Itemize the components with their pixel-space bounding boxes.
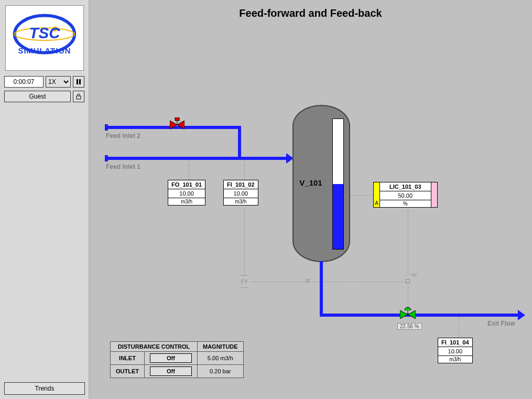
signal-line: [459, 317, 459, 338]
tag-name: FO_101_01: [168, 180, 205, 189]
sim-speed-select[interactable]: 1X: [46, 76, 71, 88]
svg-rect-8: [175, 117, 179, 121]
tag-name: FI_101_04: [438, 338, 473, 347]
lic-mode-indicator: A: [373, 182, 379, 208]
process-canvas: Feed-forward and Feed-back Feed Inlet 2 …: [89, 0, 532, 399]
sim-time-display: 0:00:07: [4, 76, 44, 88]
svg-marker-7: [177, 121, 184, 129]
tag-fi-101-04[interactable]: FI_101_04 10.00 m3/h: [438, 338, 473, 363]
lic-alarm-indicator: [431, 182, 438, 208]
signal-line: [244, 208, 245, 275]
pause-button[interactable]: [73, 76, 84, 88]
disturb-inlet-toggle[interactable]: Off: [150, 353, 192, 363]
svg-marker-10: [400, 310, 408, 319]
signal-line: [189, 160, 189, 180]
svg-marker-6: [170, 121, 177, 129]
pipe-feed1: [105, 157, 287, 160]
disturb-outlet-toggle[interactable]: Off: [150, 366, 192, 376]
disturb-header-control: DISTURBANCE CONTROL: [111, 342, 198, 352]
tag-fo-101-01[interactable]: FO_101_01 10.00 m3/h: [168, 180, 205, 206]
valve-feed2[interactable]: [170, 117, 184, 130]
pause-icon: [76, 79, 81, 84]
tag-unit: m3/h: [223, 198, 258, 206]
av-label: AV: [411, 272, 417, 277]
tag-fi-101-02[interactable]: FI_101_02 10.00 m3/h: [223, 180, 258, 206]
disturb-row-label: OUTLET: [111, 365, 145, 378]
av-node: [406, 279, 410, 283]
fy-node[interactable]: FY: [237, 275, 252, 288]
level-fill: [333, 184, 343, 249]
tag-name: FI_101_02: [223, 180, 258, 189]
brand-logo: TSC SIMULATION: [5, 5, 84, 71]
tag-value: 10.00: [168, 189, 205, 198]
tag-unit: m3/h: [438, 356, 473, 363]
pipe-outlet-v: [320, 261, 323, 317]
tag-value: 10.00: [223, 189, 258, 198]
level-gauge: [332, 118, 344, 250]
tag-unit: m3/h: [168, 198, 205, 206]
signal-line: [408, 210, 408, 276]
disturbance-table: DISTURBANCE CONTROL MAGNITUDE INLET Off …: [110, 341, 244, 378]
table-row: OUTLET Off 0.20 bar: [111, 365, 244, 378]
svg-rect-5: [77, 96, 81, 99]
signal-line: [252, 282, 305, 282]
disturb-outlet-magnitude: 0.20 bar: [198, 365, 244, 378]
label-exit-flow: Exit Flow: [487, 320, 515, 327]
trends-button[interactable]: Trends: [4, 382, 85, 395]
tag-value: 50.00: [379, 191, 431, 200]
lock-icon: [75, 93, 82, 100]
table-row: INLET Off 5.00 m3/h: [111, 352, 244, 365]
valve-outlet-percent: 22.56 %: [397, 323, 422, 330]
label-feed-inlet-2: Feed Inlet 2: [106, 132, 140, 139]
signal-line: [244, 160, 245, 180]
brand-text-top: TSC: [29, 24, 60, 41]
page-title: Feed-forward and Feed-back: [89, 7, 532, 19]
user-display[interactable]: Guest: [4, 91, 71, 102]
disturb-header-magnitude: MAGNITUDE: [198, 342, 244, 352]
disturb-inlet-magnitude: 5.00 m3/h: [198, 352, 244, 365]
signal-line: [408, 283, 408, 307]
lock-button[interactable]: [73, 91, 84, 102]
tag-lic-101-03[interactable]: A LIC_101_03 50.00 %: [373, 182, 438, 208]
tag-unit: %: [379, 200, 431, 208]
tag-value: 10.00: [438, 347, 473, 356]
svg-marker-11: [408, 310, 416, 319]
signal-line: [350, 195, 373, 196]
sidebar: TSC SIMULATION 0:00:07 1X Guest Trends: [0, 0, 89, 399]
svg-rect-3: [77, 79, 78, 84]
label-feed-inlet-1: Feed Inlet 1: [106, 163, 140, 170]
vessel-v101[interactable]: V_101: [292, 105, 350, 262]
pipe-outlet-h: [320, 314, 519, 317]
pipe-feed2-v: [238, 126, 241, 158]
svg-rect-4: [79, 79, 81, 84]
signal-line: [313, 282, 406, 282]
brand-text-bottom: SIMULATION: [18, 47, 71, 55]
tag-name: LIC_101_03: [379, 182, 431, 191]
disturb-row-label: INLET: [111, 352, 145, 365]
valve-outlet[interactable]: [400, 306, 416, 320]
signal-break-icon: ><: [305, 276, 309, 286]
vessel-label: V_101: [292, 178, 329, 187]
arrow-exit: [518, 310, 525, 320]
